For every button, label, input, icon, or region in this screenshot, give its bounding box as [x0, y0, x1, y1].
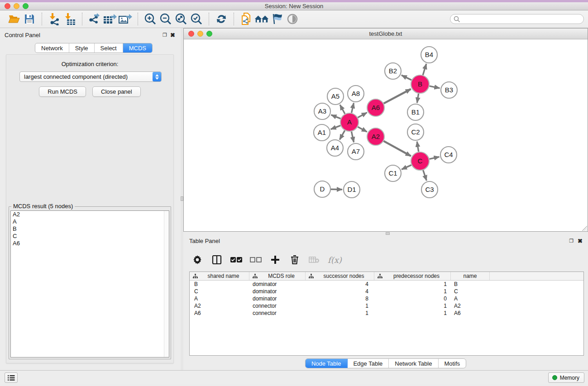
- table-row[interactable]: Bdominator41B: [190, 281, 583, 288]
- graph-node-A1[interactable]: A1: [314, 124, 330, 141]
- cell-predecessor-nodes[interactable]: 0: [374, 295, 451, 302]
- tab-mcds[interactable]: MCDS: [123, 43, 152, 52]
- home-icon[interactable]: [254, 12, 269, 26]
- graph-edge-A-A2[interactable]: [358, 127, 367, 132]
- select-all-icon[interactable]: [230, 254, 242, 266]
- float-panel-icon[interactable]: ❐: [163, 32, 167, 38]
- graph-node-A3[interactable]: A3: [314, 103, 330, 119]
- open-file-icon[interactable]: [6, 12, 22, 26]
- result-list-scrollbar[interactable]: [164, 211, 169, 357]
- tab-node-table[interactable]: Node Table: [306, 359, 348, 368]
- tab-edge-table[interactable]: Edge Table: [347, 359, 389, 368]
- graph-edge-C-C4[interactable]: [429, 157, 439, 159]
- show-details-icon[interactable]: [285, 12, 300, 26]
- add-column-icon[interactable]: [269, 254, 281, 266]
- node-table[interactable]: shared nameMCDS rolesuccessor nodesprede…: [189, 272, 584, 356]
- graph-edge-B-B3[interactable]: [430, 86, 440, 88]
- graph-edge-A2-C[interactable]: [384, 141, 411, 156]
- graph-edge-C-C1[interactable]: [402, 165, 411, 170]
- tab-motifs[interactable]: Motifs: [438, 359, 466, 368]
- cell-shared-name[interactable]: C: [190, 288, 249, 295]
- graph-edge-A-A4[interactable]: [339, 130, 344, 139]
- table-row[interactable]: A6connector11A6: [190, 310, 583, 317]
- table-row[interactable]: Adominator80A: [190, 295, 583, 302]
- result-item-a[interactable]: A: [11, 218, 169, 225]
- new-network-from-selection-icon[interactable]: [239, 12, 254, 26]
- close-table-panel-icon[interactable]: ✖: [578, 238, 583, 244]
- zoom-selected-icon[interactable]: [189, 12, 204, 26]
- graph-node-D[interactable]: D: [314, 181, 330, 197]
- cell-predecessor-nodes[interactable]: 1: [374, 281, 451, 288]
- table-row[interactable]: A2connector11A2: [190, 302, 583, 310]
- mcds-result-list[interactable]: A2ABCA6: [10, 210, 169, 357]
- graph-node-C2[interactable]: C2: [407, 124, 424, 140]
- zoom-out-icon[interactable]: [158, 12, 173, 26]
- graph-node-A[interactable]: A: [340, 113, 359, 131]
- result-item-a2[interactable]: A2: [11, 211, 169, 218]
- horizontal-splitter-handle[interactable]: [386, 232, 390, 235]
- graph-edge-A6-B[interactable]: [384, 89, 411, 104]
- network-canvas[interactable]: B4B2BB3A8A5A6A3B1AA1C2A2A4A7C4CC1C3DD1: [184, 39, 588, 231]
- graph-edge-A-A1[interactable]: [331, 125, 341, 129]
- column-header-shared-name[interactable]: shared name: [190, 272, 249, 280]
- cell-predecessor-nodes[interactable]: 1: [374, 302, 451, 310]
- deselect-all-icon[interactable]: [250, 254, 262, 266]
- criterion-dropdown[interactable]: largest connected component (directed): [19, 71, 162, 82]
- table-row[interactable]: Cdominator41C: [190, 288, 583, 295]
- zoom-in-icon[interactable]: [143, 12, 158, 26]
- cell-successor-nodes[interactable]: 8: [306, 295, 374, 302]
- cell-MCDS-role[interactable]: connector: [249, 310, 306, 317]
- delete-icon[interactable]: [289, 254, 301, 266]
- close-panel-icon[interactable]: ✖: [170, 32, 175, 38]
- cell-MCDS-role[interactable]: dominator: [249, 281, 306, 288]
- graph-node-C1[interactable]: C1: [385, 165, 401, 181]
- cell-name[interactable]: A6: [451, 310, 490, 317]
- graph-edge-A-A8[interactable]: [352, 103, 354, 113]
- graph-node-C4[interactable]: C4: [440, 147, 457, 163]
- graph-node-B1[interactable]: B1: [407, 104, 424, 120]
- column-header-successor-nodes[interactable]: successor nodes: [306, 272, 374, 280]
- close-panel-button[interactable]: Close panel: [92, 86, 141, 97]
- tab-network[interactable]: Network: [35, 43, 69, 52]
- graph-node-C[interactable]: C: [411, 152, 429, 170]
- resize-grip-icon[interactable]: [581, 225, 587, 231]
- cell-name[interactable]: A2: [451, 302, 490, 310]
- column-view-icon[interactable]: [211, 254, 223, 266]
- save-session-icon[interactable]: [22, 12, 37, 26]
- cell-successor-nodes[interactable]: 1: [306, 302, 374, 310]
- result-item-c[interactable]: C: [11, 233, 169, 240]
- cell-MCDS-role[interactable]: dominator: [249, 288, 306, 295]
- memory-button[interactable]: Memory: [548, 372, 584, 383]
- graph-node-A6[interactable]: A6: [367, 99, 384, 116]
- graph-node-A8[interactable]: A8: [348, 86, 364, 102]
- cell-name[interactable]: B: [451, 281, 490, 288]
- result-item-b[interactable]: B: [11, 225, 169, 233]
- import-table-icon[interactable]: [62, 12, 77, 26]
- cell-successor-nodes[interactable]: 1: [306, 310, 374, 317]
- cell-MCDS-role[interactable]: dominator: [249, 295, 306, 302]
- cell-shared-name[interactable]: A2: [190, 302, 249, 310]
- cell-shared-name[interactable]: A6: [190, 310, 249, 317]
- cell-shared-name[interactable]: A: [190, 295, 249, 302]
- refresh-icon[interactable]: [214, 12, 229, 26]
- export-network-icon[interactable]: [87, 12, 102, 26]
- graph-edge-C-C2[interactable]: [417, 142, 419, 152]
- column-header-predecessor-nodes[interactable]: predecessor nodes: [374, 272, 451, 280]
- tab-style[interactable]: Style: [69, 43, 95, 52]
- run-mcds-button[interactable]: Run MCDS: [39, 86, 86, 97]
- cell-name[interactable]: A: [451, 295, 490, 302]
- graph-node-D1[interactable]: D1: [344, 181, 360, 198]
- cell-predecessor-nodes[interactable]: 1: [374, 288, 451, 295]
- cell-name[interactable]: C: [451, 288, 490, 295]
- graph-node-A7[interactable]: A7: [348, 143, 364, 160]
- graph-edge-A-A5[interactable]: [340, 105, 345, 114]
- graph-edge-B-B2[interactable]: [402, 75, 411, 80]
- result-item-a6[interactable]: A6: [11, 240, 169, 247]
- tab-select[interactable]: Select: [95, 43, 123, 52]
- delete-table-icon[interactable]: [308, 254, 320, 266]
- gear-icon[interactable]: [191, 254, 203, 266]
- search-input[interactable]: [463, 15, 583, 23]
- tab-network-table[interactable]: Network Table: [389, 359, 438, 368]
- graph-node-A5[interactable]: A5: [327, 88, 344, 105]
- cell-predecessor-nodes[interactable]: 1: [374, 310, 451, 317]
